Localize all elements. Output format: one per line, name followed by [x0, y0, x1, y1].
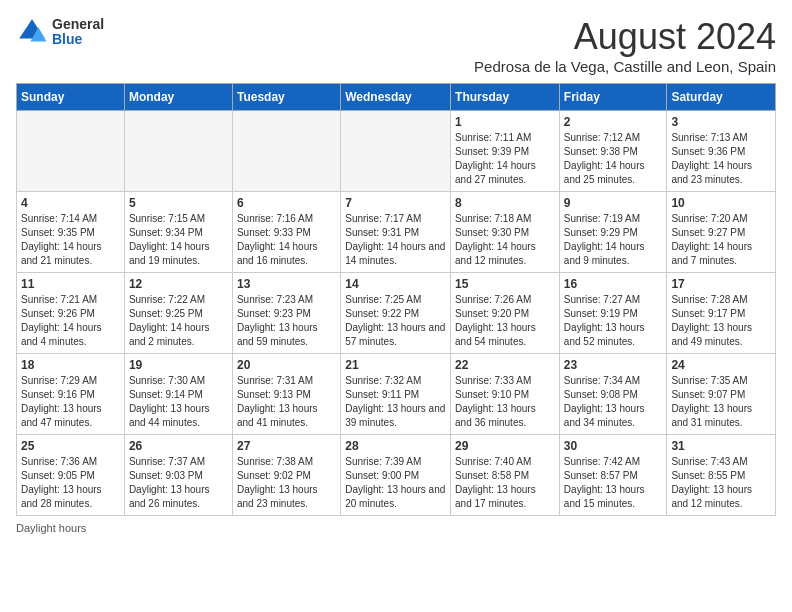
calendar-cell: 15Sunrise: 7:26 AM Sunset: 9:20 PM Dayli… [451, 273, 560, 354]
calendar-cell: 4Sunrise: 7:14 AM Sunset: 9:35 PM Daylig… [17, 192, 125, 273]
day-number: 27 [237, 439, 336, 453]
logo: General Blue [16, 16, 104, 48]
weekday-header-sunday: Sunday [17, 84, 125, 111]
day-info: Sunrise: 7:20 AM Sunset: 9:27 PM Dayligh… [671, 212, 771, 268]
day-number: 14 [345, 277, 446, 291]
calendar-cell: 23Sunrise: 7:34 AM Sunset: 9:08 PM Dayli… [559, 354, 667, 435]
week-row-4: 25Sunrise: 7:36 AM Sunset: 9:05 PM Dayli… [17, 435, 776, 516]
calendar-cell: 6Sunrise: 7:16 AM Sunset: 9:33 PM Daylig… [232, 192, 340, 273]
calendar-cell [341, 111, 451, 192]
day-number: 10 [671, 196, 771, 210]
day-info: Sunrise: 7:34 AM Sunset: 9:08 PM Dayligh… [564, 374, 663, 430]
day-number: 22 [455, 358, 555, 372]
day-info: Sunrise: 7:32 AM Sunset: 9:11 PM Dayligh… [345, 374, 446, 430]
calendar-cell: 16Sunrise: 7:27 AM Sunset: 9:19 PM Dayli… [559, 273, 667, 354]
calendar-cell: 12Sunrise: 7:22 AM Sunset: 9:25 PM Dayli… [124, 273, 232, 354]
calendar-cell: 13Sunrise: 7:23 AM Sunset: 9:23 PM Dayli… [232, 273, 340, 354]
day-number: 29 [455, 439, 555, 453]
calendar-cell: 8Sunrise: 7:18 AM Sunset: 9:30 PM Daylig… [451, 192, 560, 273]
day-number: 25 [21, 439, 120, 453]
day-info: Sunrise: 7:42 AM Sunset: 8:57 PM Dayligh… [564, 455, 663, 511]
calendar-cell: 20Sunrise: 7:31 AM Sunset: 9:13 PM Dayli… [232, 354, 340, 435]
day-number: 11 [21, 277, 120, 291]
day-info: Sunrise: 7:15 AM Sunset: 9:34 PM Dayligh… [129, 212, 228, 268]
weekday-header-saturday: Saturday [667, 84, 776, 111]
calendar-cell: 11Sunrise: 7:21 AM Sunset: 9:26 PM Dayli… [17, 273, 125, 354]
calendar-cell: 3Sunrise: 7:13 AM Sunset: 9:36 PM Daylig… [667, 111, 776, 192]
logo-blue-text: Blue [52, 32, 104, 47]
calendar-cell: 2Sunrise: 7:12 AM Sunset: 9:38 PM Daylig… [559, 111, 667, 192]
day-info: Sunrise: 7:39 AM Sunset: 9:00 PM Dayligh… [345, 455, 446, 511]
calendar-cell: 24Sunrise: 7:35 AM Sunset: 9:07 PM Dayli… [667, 354, 776, 435]
day-number: 8 [455, 196, 555, 210]
day-info: Sunrise: 7:21 AM Sunset: 9:26 PM Dayligh… [21, 293, 120, 349]
weekday-header-tuesday: Tuesday [232, 84, 340, 111]
calendar-cell: 27Sunrise: 7:38 AM Sunset: 9:02 PM Dayli… [232, 435, 340, 516]
calendar-cell: 7Sunrise: 7:17 AM Sunset: 9:31 PM Daylig… [341, 192, 451, 273]
calendar-cell: 9Sunrise: 7:19 AM Sunset: 9:29 PM Daylig… [559, 192, 667, 273]
calendar-cell: 28Sunrise: 7:39 AM Sunset: 9:00 PM Dayli… [341, 435, 451, 516]
week-row-3: 18Sunrise: 7:29 AM Sunset: 9:16 PM Dayli… [17, 354, 776, 435]
week-row-1: 4Sunrise: 7:14 AM Sunset: 9:35 PM Daylig… [17, 192, 776, 273]
calendar-cell: 5Sunrise: 7:15 AM Sunset: 9:34 PM Daylig… [124, 192, 232, 273]
day-info: Sunrise: 7:29 AM Sunset: 9:16 PM Dayligh… [21, 374, 120, 430]
day-info: Sunrise: 7:22 AM Sunset: 9:25 PM Dayligh… [129, 293, 228, 349]
weekday-header-row: SundayMondayTuesdayWednesdayThursdayFrid… [17, 84, 776, 111]
logo-text: General Blue [52, 17, 104, 48]
location-subtitle: Pedrosa de la Vega, Castille and Leon, S… [474, 58, 776, 75]
day-info: Sunrise: 7:16 AM Sunset: 9:33 PM Dayligh… [237, 212, 336, 268]
calendar-cell: 17Sunrise: 7:28 AM Sunset: 9:17 PM Dayli… [667, 273, 776, 354]
calendar-cell: 31Sunrise: 7:43 AM Sunset: 8:55 PM Dayli… [667, 435, 776, 516]
day-info: Sunrise: 7:23 AM Sunset: 9:23 PM Dayligh… [237, 293, 336, 349]
footer-note: Daylight hours [16, 522, 776, 534]
day-info: Sunrise: 7:43 AM Sunset: 8:55 PM Dayligh… [671, 455, 771, 511]
calendar-cell: 30Sunrise: 7:42 AM Sunset: 8:57 PM Dayli… [559, 435, 667, 516]
day-info: Sunrise: 7:35 AM Sunset: 9:07 PM Dayligh… [671, 374, 771, 430]
day-info: Sunrise: 7:31 AM Sunset: 9:13 PM Dayligh… [237, 374, 336, 430]
page-container: General Blue August 2024 Pedrosa de la V… [16, 16, 776, 534]
day-info: Sunrise: 7:30 AM Sunset: 9:14 PM Dayligh… [129, 374, 228, 430]
day-info: Sunrise: 7:27 AM Sunset: 9:19 PM Dayligh… [564, 293, 663, 349]
day-info: Sunrise: 7:40 AM Sunset: 8:58 PM Dayligh… [455, 455, 555, 511]
day-number: 6 [237, 196, 336, 210]
day-number: 9 [564, 196, 663, 210]
calendar-cell: 26Sunrise: 7:37 AM Sunset: 9:03 PM Dayli… [124, 435, 232, 516]
calendar-cell [232, 111, 340, 192]
weekday-header-thursday: Thursday [451, 84, 560, 111]
week-row-0: 1Sunrise: 7:11 AM Sunset: 9:39 PM Daylig… [17, 111, 776, 192]
day-number: 23 [564, 358, 663, 372]
logo-general-text: General [52, 17, 104, 32]
day-number: 15 [455, 277, 555, 291]
day-info: Sunrise: 7:36 AM Sunset: 9:05 PM Dayligh… [21, 455, 120, 511]
day-info: Sunrise: 7:28 AM Sunset: 9:17 PM Dayligh… [671, 293, 771, 349]
calendar-cell: 18Sunrise: 7:29 AM Sunset: 9:16 PM Dayli… [17, 354, 125, 435]
calendar-cell: 14Sunrise: 7:25 AM Sunset: 9:22 PM Dayli… [341, 273, 451, 354]
day-number: 17 [671, 277, 771, 291]
day-info: Sunrise: 7:25 AM Sunset: 9:22 PM Dayligh… [345, 293, 446, 349]
day-number: 31 [671, 439, 771, 453]
weekday-header-wednesday: Wednesday [341, 84, 451, 111]
calendar-cell: 10Sunrise: 7:20 AM Sunset: 9:27 PM Dayli… [667, 192, 776, 273]
day-info: Sunrise: 7:17 AM Sunset: 9:31 PM Dayligh… [345, 212, 446, 268]
calendar-cell: 25Sunrise: 7:36 AM Sunset: 9:05 PM Dayli… [17, 435, 125, 516]
logo-icon [16, 16, 48, 48]
calendar-cell: 29Sunrise: 7:40 AM Sunset: 8:58 PM Dayli… [451, 435, 560, 516]
day-number: 19 [129, 358, 228, 372]
day-number: 16 [564, 277, 663, 291]
calendar-cell: 19Sunrise: 7:30 AM Sunset: 9:14 PM Dayli… [124, 354, 232, 435]
calendar-cell [17, 111, 125, 192]
day-number: 26 [129, 439, 228, 453]
day-number: 12 [129, 277, 228, 291]
day-info: Sunrise: 7:14 AM Sunset: 9:35 PM Dayligh… [21, 212, 120, 268]
calendar-cell [124, 111, 232, 192]
calendar-cell: 21Sunrise: 7:32 AM Sunset: 9:11 PM Dayli… [341, 354, 451, 435]
daylight-label: Daylight hours [16, 522, 86, 534]
day-info: Sunrise: 7:37 AM Sunset: 9:03 PM Dayligh… [129, 455, 228, 511]
day-number: 18 [21, 358, 120, 372]
calendar-table: SundayMondayTuesdayWednesdayThursdayFrid… [16, 83, 776, 516]
day-number: 5 [129, 196, 228, 210]
day-info: Sunrise: 7:19 AM Sunset: 9:29 PM Dayligh… [564, 212, 663, 268]
day-info: Sunrise: 7:18 AM Sunset: 9:30 PM Dayligh… [455, 212, 555, 268]
week-row-2: 11Sunrise: 7:21 AM Sunset: 9:26 PM Dayli… [17, 273, 776, 354]
day-number: 13 [237, 277, 336, 291]
